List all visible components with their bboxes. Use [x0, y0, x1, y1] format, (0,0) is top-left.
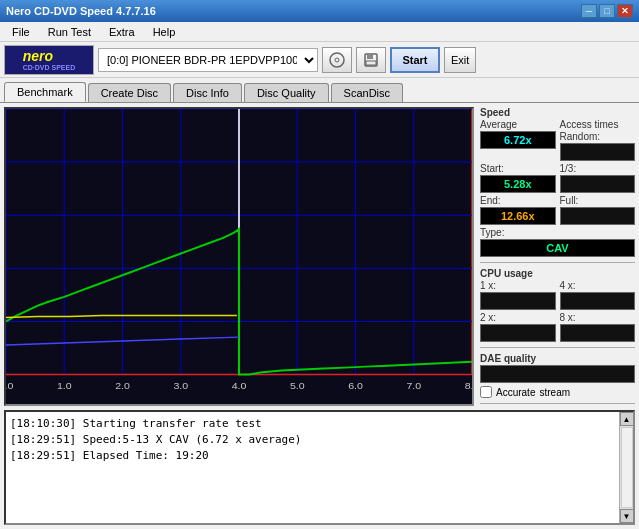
accurate-label: Accurate — [496, 387, 535, 398]
close-button[interactable]: ✕ — [617, 4, 633, 18]
svg-point-1 — [335, 58, 339, 62]
titlebar: Nero CD-DVD Speed 4.7.7.16 ─ □ ✕ — [0, 0, 639, 22]
window-controls: ─ □ ✕ — [581, 4, 633, 18]
app-title: Nero CD-DVD Speed 4.7.7.16 — [6, 5, 156, 17]
svg-text:6.0: 6.0 — [348, 381, 363, 392]
divider1 — [480, 262, 635, 263]
cpu-label: CPU usage — [480, 268, 635, 279]
log-entry-3: [18:29:51] Elapsed Time: 19:20 — [10, 448, 615, 464]
start-button[interactable]: Start — [390, 47, 440, 73]
speed-section: Speed Average 6.72x Access times Random:… — [480, 107, 635, 257]
svg-point-0 — [330, 53, 344, 67]
content-area: 20 X 16 X 12 X 8 X 4 X 28 24 20 16 12 8 … — [0, 103, 639, 410]
menubar: File Run Test Extra Help — [0, 22, 639, 42]
end-value: 12.66x — [480, 207, 556, 225]
cpu1x-label: 1 x: — [480, 280, 556, 291]
drive-selector[interactable]: [0:0] PIONEER BDR-PR 1EPDVPP100 1.10 — [98, 48, 318, 72]
app-window: Nero CD-DVD Speed 4.7.7.16 ─ □ ✕ File Ru… — [0, 0, 639, 529]
cpu4x-label: 4 x: — [560, 280, 636, 291]
tab-scandisc[interactable]: ScanDisc — [331, 83, 403, 102]
svg-text:8.0: 8.0 — [465, 381, 472, 392]
end-label: End: — [480, 195, 556, 206]
minimize-button[interactable]: ─ — [581, 4, 597, 18]
right-panel: Speed Average 6.72x Access times Random:… — [480, 107, 635, 406]
cpu-section: CPU usage 1 x: 4 x: 2 x: — [480, 268, 635, 342]
svg-text:3.0: 3.0 — [173, 381, 188, 392]
onethird-value — [560, 175, 636, 193]
scroll-down-button[interactable]: ▼ — [620, 509, 634, 523]
logo-nero: nero — [23, 48, 76, 64]
dae-label: DAE quality — [480, 353, 635, 364]
type-label: Type: — [480, 227, 635, 238]
tab-createdisc[interactable]: Create Disc — [88, 83, 171, 102]
disc-icon — [329, 52, 345, 68]
random-value — [560, 143, 636, 161]
divider3 — [480, 403, 635, 404]
dae-section: DAE quality Accurate stream — [480, 353, 635, 398]
divider2 — [480, 347, 635, 348]
start-value: 5.28x — [480, 175, 556, 193]
scroll-track[interactable] — [621, 427, 633, 508]
toolbar-icon-btn1[interactable] — [322, 47, 352, 73]
accurate-stream-row: Accurate stream — [480, 386, 635, 398]
cpu8x-value — [560, 324, 636, 342]
logo: nero CD·DVD SPEED — [4, 45, 94, 75]
speed-label: Speed — [480, 107, 635, 118]
menu-help[interactable]: Help — [145, 24, 184, 40]
cpu4x-value — [560, 292, 636, 310]
cpu1x-value — [480, 292, 556, 310]
stream-label: stream — [539, 387, 570, 398]
svg-text:2.0: 2.0 — [115, 381, 130, 392]
log-content: [18:10:30] Starting transfer rate test [… — [6, 412, 619, 523]
chart-svg: 20 X 16 X 12 X 8 X 4 X 28 24 20 16 12 8 … — [6, 109, 472, 404]
exit-button[interactable]: Exit — [444, 47, 476, 73]
onethird-label: 1/3: — [560, 163, 636, 174]
log-entry-1: [18:10:30] Starting transfer rate test — [10, 416, 615, 432]
log-entry-2: [18:29:51] Speed:5-13 X CAV (6.72 x aver… — [10, 432, 615, 448]
random-label: Random: — [560, 131, 636, 142]
toolbar: nero CD·DVD SPEED [0:0] PIONEER BDR-PR 1… — [0, 42, 639, 78]
start-label: Start: — [480, 163, 556, 174]
chart-container: 20 X 16 X 12 X 8 X 4 X 28 24 20 16 12 8 … — [4, 107, 474, 406]
dae-value — [480, 365, 635, 383]
log-scrollbar: ▲ ▼ — [619, 412, 633, 523]
cpu8x-label: 8 x: — [560, 312, 636, 323]
log-area: [18:10:30] Starting transfer rate test [… — [4, 410, 635, 525]
scroll-up-button[interactable]: ▲ — [620, 412, 634, 426]
full-value — [560, 207, 636, 225]
svg-text:0.0: 0.0 — [6, 381, 14, 392]
menu-file[interactable]: File — [4, 24, 38, 40]
type-value: CAV — [480, 239, 635, 257]
tab-benchmark[interactable]: Benchmark — [4, 82, 86, 102]
cpu2x-value — [480, 324, 556, 342]
accurate-stream-checkbox[interactable] — [480, 386, 492, 398]
svg-rect-3 — [367, 54, 373, 59]
toolbar-save-btn[interactable] — [356, 47, 386, 73]
cpu2x-label: 2 x: — [480, 312, 556, 323]
svg-text:7.0: 7.0 — [406, 381, 421, 392]
svg-text:5.0: 5.0 — [290, 381, 305, 392]
average-label: Average — [480, 119, 556, 130]
tab-discinfo[interactable]: Disc Info — [173, 83, 242, 102]
menu-runtest[interactable]: Run Test — [40, 24, 99, 40]
svg-text:4.0: 4.0 — [232, 381, 247, 392]
access-label: Access times — [560, 119, 636, 130]
menu-extra[interactable]: Extra — [101, 24, 143, 40]
full-label: Full: — [560, 195, 636, 206]
maximize-button[interactable]: □ — [599, 4, 615, 18]
tab-bar: Benchmark Create Disc Disc Info Disc Qua… — [0, 78, 639, 103]
svg-rect-4 — [366, 61, 376, 65]
logo-sub: CD·DVD SPEED — [23, 64, 76, 71]
average-value: 6.72x — [480, 131, 556, 149]
save-icon — [363, 52, 379, 68]
svg-text:1.0: 1.0 — [57, 381, 72, 392]
tab-discquality[interactable]: Disc Quality — [244, 83, 329, 102]
